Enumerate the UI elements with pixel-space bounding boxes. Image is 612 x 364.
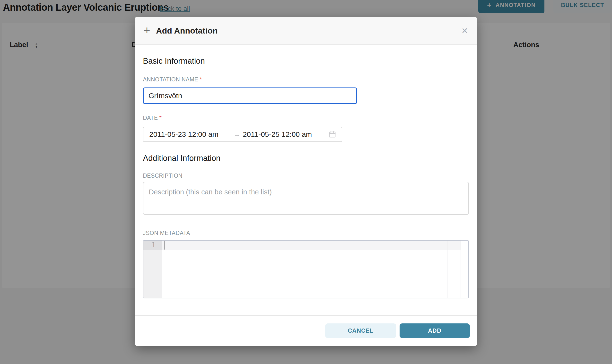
editor-line-number: 1 — [143, 241, 162, 250]
required-asterisk: * — [200, 76, 202, 83]
date-label: DATE* — [143, 115, 469, 121]
close-icon[interactable]: ✕ — [461, 27, 468, 35]
modal-header: + Add Annotation ✕ — [135, 17, 477, 45]
editor-scrollbar-gutter — [461, 241, 461, 298]
json-metadata-label: JSON METADATA — [143, 230, 469, 236]
modal-title: Add Annotation — [156, 26, 218, 36]
section-basic-information: Basic Information — [143, 56, 469, 66]
section-additional-information: Additional Information — [143, 153, 469, 163]
editor-gutter-active-cell: 1 — [143, 241, 162, 250]
screen: Annotation Layer Volcanic Eruptions Back… — [0, 0, 612, 364]
editor-text-cursor — [164, 241, 165, 249]
add-button[interactable]: ADD — [400, 324, 470, 338]
date-end-value[interactable]: 2011-05-25 12:00 am — [243, 130, 312, 139]
json-metadata-editor[interactable]: 1 — [143, 240, 469, 299]
annotation-name-label-text: ANNOTATION NAME — [143, 76, 198, 83]
modal-footer: CANCEL ADD — [135, 315, 477, 346]
calendar-icon[interactable] — [328, 130, 336, 139]
editor-print-margin — [447, 241, 447, 298]
add-annotation-modal: + Add Annotation ✕ Basic Information ANN… — [135, 17, 477, 346]
date-label-text: DATE — [143, 115, 158, 121]
description-textarea[interactable] — [143, 182, 469, 215]
modal-body: Basic Information ANNOTATION NAME* DATE*… — [135, 56, 477, 299]
date-start-value[interactable]: 2011-05-23 12:00 am — [149, 130, 219, 139]
cancel-button[interactable]: CANCEL — [325, 324, 396, 338]
annotation-name-label: ANNOTATION NAME* — [143, 76, 469, 83]
editor-active-line — [162, 241, 461, 250]
plus-icon: + — [144, 25, 150, 36]
required-asterisk: * — [159, 115, 162, 121]
description-label: DESCRIPTION — [143, 172, 469, 179]
annotation-name-input[interactable] — [143, 88, 357, 104]
arrow-right-icon: → — [234, 130, 240, 138]
date-range-picker[interactable]: 2011-05-23 12:00 am → 2011-05-25 12:00 a… — [143, 127, 342, 142]
